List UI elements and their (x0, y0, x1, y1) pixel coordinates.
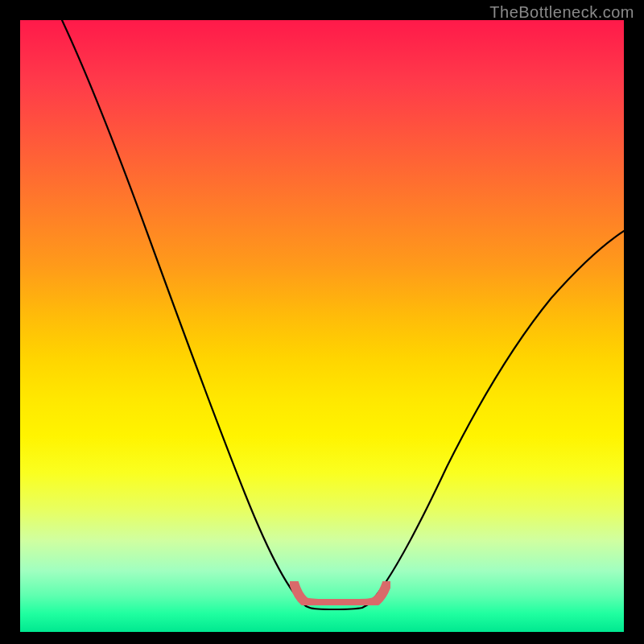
watermark-text: TheBottleneck.com (489, 3, 634, 22)
bottleneck-curve (20, 20, 624, 632)
chart-frame: TheBottleneck.com (0, 0, 644, 644)
highlight-band (290, 581, 390, 605)
plot-area (20, 20, 624, 632)
